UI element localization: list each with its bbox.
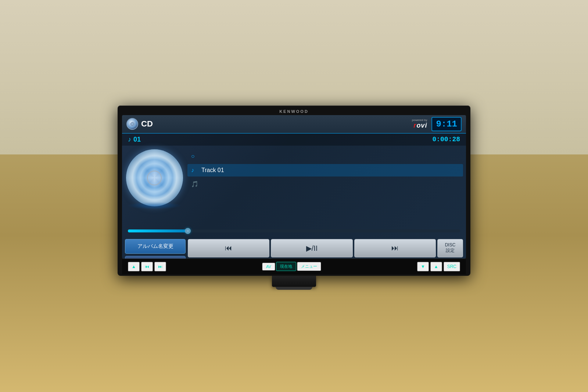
device-stand (272, 276, 316, 287)
track-time: 0:00:28 (432, 136, 460, 143)
cd-disc-icon (126, 118, 138, 130)
brand-label: KENWOOD (122, 109, 466, 114)
source-indicator: CD (126, 118, 153, 130)
playback-buttons: ⏮ ▶/II ⏭ DISC 設定 (188, 239, 463, 257)
track-details: ○ ♪ Track 01 🎵 (187, 149, 463, 224)
artist-row: 🎵 (187, 178, 463, 190)
next-button[interactable]: ⏭ (354, 239, 436, 257)
src-button[interactable]: SRC (444, 262, 460, 271)
music-note-icon: ♪ (128, 136, 131, 143)
track-name-row: ♪ Track 01 (187, 164, 463, 177)
main-content: ○ ♪ Track 01 🎵 (122, 146, 466, 227)
nav-buttons: AV 現在地 メニュー (262, 262, 321, 271)
rovi-logo: rovi (413, 122, 427, 129)
hw-prev-button[interactable]: ⏮ (141, 262, 153, 271)
progress-bar[interactable] (128, 229, 460, 232)
time-display: 9:11 (431, 117, 462, 131)
album-rename-button[interactable]: アルバム名変更 (125, 239, 186, 254)
menu-button[interactable]: メニュー (297, 262, 321, 271)
right-controls: ⏮ ▶/II ⏭ DISC 設定 ⇄ RDM (188, 239, 463, 259)
source-label: CD (141, 119, 153, 129)
cd-large-icon (126, 149, 183, 206)
play-pause-button[interactable]: ▶/II (271, 239, 352, 257)
cd-center-hole (147, 171, 162, 185)
right-hw-buttons: ▼ ▲ SRC (417, 262, 460, 271)
disc-settings-button[interactable]: DISC 設定 (437, 239, 463, 257)
device-unit: KENWOOD CD powered by rovi 9:11 (118, 106, 470, 287)
prev-button[interactable]: ⏮ (188, 239, 269, 257)
bottom-panel: ▲ ⏮ ⏭ AV 現在地 メニュー ▼ ▲ SRC (122, 259, 466, 274)
progress-fill (128, 229, 188, 232)
hw-next-button[interactable]: ⏭ (154, 262, 166, 271)
track-info-bar: ♪ 01 0:00:28 (122, 133, 466, 146)
disc-row: ○ (187, 150, 463, 163)
left-controls: アルバム名変更 録音 (125, 239, 186, 259)
progress-thumb[interactable] (185, 228, 191, 234)
screen-header: CD powered by rovi 9:11 (122, 115, 466, 133)
disc-detail-icon: ○ (191, 153, 198, 160)
genzaichi-button[interactable]: 現在地 (276, 262, 296, 271)
screen: CD powered by rovi 9:11 ♪ 01 0:00:28 (122, 115, 466, 259)
av-button[interactable]: AV (262, 263, 275, 271)
powered-by-label: powered by (412, 118, 427, 122)
artist-icon: 🎵 (191, 181, 198, 188)
header-right: powered by rovi 9:11 (412, 117, 462, 131)
controls-area: アルバム名変更 録音 ⏮ ▶/II ⏭ DISC 設定 (122, 237, 466, 259)
device-body: KENWOOD CD powered by rovi 9:11 (118, 106, 470, 276)
cd-shadow (127, 202, 182, 209)
down-button[interactable]: ▼ (417, 262, 429, 271)
album-art (125, 149, 184, 207)
rovi-badge: powered by rovi (412, 118, 427, 129)
left-hw-buttons: ▲ ⏮ ⏭ (128, 262, 166, 271)
music-detail-icon: ♪ (191, 167, 198, 174)
up-button[interactable]: ▲ (430, 262, 442, 271)
progress-area (122, 227, 466, 237)
track-number: ♪ 01 (128, 136, 141, 143)
eject-button[interactable]: ▲ (128, 262, 140, 271)
track-name: Track 01 (201, 167, 224, 174)
record-button[interactable]: 録音 (125, 256, 186, 259)
